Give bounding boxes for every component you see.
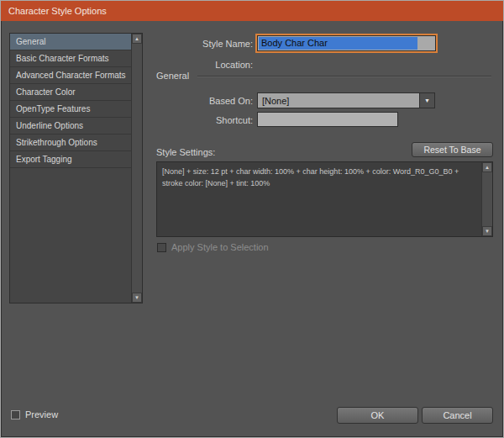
based-on-value: [None] (258, 93, 419, 108)
sidebar-list: General Basic Character Formats Advanced… (10, 34, 131, 303)
section-title: General (156, 71, 189, 81)
apply-style-checkbox[interactable] (157, 243, 166, 252)
cancel-button[interactable]: Cancel (422, 407, 493, 424)
location-label: Location: (152, 59, 253, 71)
style-settings-text: [None] + size: 12 pt + char width: 100% … (157, 162, 481, 236)
general-section-header: General (156, 71, 491, 81)
scroll-up-icon: ▲ (134, 36, 139, 41)
sidebar-item-general[interactable]: General (10, 34, 131, 50)
dialog-title: Character Style Options (8, 6, 107, 16)
settings-scroll-down-button[interactable]: ▼ (482, 226, 492, 236)
sidebar-item-basic-character-formats[interactable]: Basic Character Formats (10, 50, 131, 67)
sidebar-item-advanced-character-formats[interactable]: Advanced Character Formats (10, 67, 131, 84)
sidebar-item-export-tagging[interactable]: Export Tagging (10, 151, 131, 168)
preview-option[interactable]: Preview (11, 409, 58, 420)
apply-style-label: Apply Style to Selection (171, 242, 269, 252)
sidebar-scroll-up-button[interactable]: ▲ (132, 34, 142, 44)
preview-checkbox[interactable] (11, 410, 20, 420)
sidebar-item-underline-options[interactable]: Underline Options (10, 118, 131, 135)
shortcut-input[interactable] (257, 112, 398, 127)
dialog-titlebar[interactable]: Character Style Options (1, 1, 503, 21)
dropdown-arrow-glyph: ▼ (424, 98, 430, 103)
based-on-label: Based On: (152, 95, 253, 107)
style-name-value: Body Char Char (259, 37, 417, 50)
sidebar-scroll-track[interactable] (132, 44, 142, 293)
based-on-dropdown[interactable]: [None] ▼ (257, 92, 435, 108)
settings-scrollbar[interactable]: ▲ ▼ (481, 162, 492, 236)
sidebar-item-strikethrough-options[interactable]: Strikethrough Options (10, 135, 131, 151)
scroll-down-icon: ▼ (485, 229, 490, 234)
style-name-label: Style Name: (152, 38, 253, 50)
reset-to-base-button[interactable]: Reset To Base (412, 142, 493, 157)
scroll-up-icon: ▲ (485, 165, 490, 170)
settings-scroll-up-button[interactable]: ▲ (482, 162, 492, 172)
chevron-down-icon: ▼ (419, 93, 434, 108)
preview-label: Preview (25, 409, 58, 420)
ok-button[interactable]: OK (337, 407, 418, 424)
shortcut-label: Shortcut: (152, 114, 253, 126)
style-settings-label: Style Settings: (156, 146, 215, 158)
sidebar-item-character-color[interactable]: Character Color (10, 84, 131, 101)
character-style-options-dialog: Character Style Options General Basic Ch… (0, 0, 504, 438)
scroll-down-icon: ▼ (134, 295, 139, 300)
sidebar-scrollbar[interactable]: ▲ ▼ (131, 34, 142, 303)
section-divider (197, 76, 491, 77)
apply-style-to-selection-option[interactable]: Apply Style to Selection (157, 242, 269, 252)
style-name-input[interactable]: Body Char Char (257, 35, 436, 51)
sidebar-nav: General Basic Character Formats Advanced… (9, 33, 143, 303)
style-settings-box: [None] + size: 12 pt + char width: 100% … (156, 161, 493, 237)
settings-scroll-track[interactable] (482, 172, 492, 226)
sidebar-item-opentype-features[interactable]: OpenType Features (10, 101, 131, 118)
sidebar-scroll-down-button[interactable]: ▼ (132, 293, 142, 303)
